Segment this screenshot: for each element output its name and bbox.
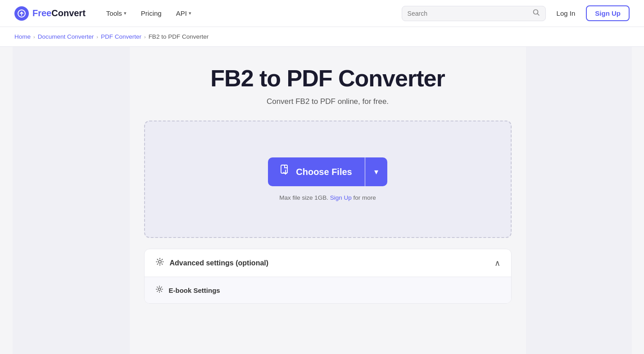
breadcrumb-document-converter[interactable]: Document Converter [38, 33, 94, 40]
main-content: FB2 to PDF Converter Convert FB2 to PDF … [0, 47, 644, 354]
page-title-section: FB2 to PDF Converter Convert FB2 to PDF … [130, 65, 526, 106]
choose-files-button[interactable]: Choose Files [268, 157, 364, 186]
page-title: FB2 to PDF Converter [130, 65, 526, 92]
breadcrumb-sep-2: › [96, 34, 98, 40]
nav-api[interactable]: API ▾ [170, 6, 198, 21]
logo-link[interactable]: FreeConvert [14, 6, 86, 21]
file-upload-icon [281, 165, 290, 179]
sign-up-link[interactable]: Sign Up [330, 194, 352, 201]
api-chevron-icon: ▾ [189, 10, 191, 16]
svg-line-2 [537, 13, 539, 15]
login-button[interactable]: Log In [551, 6, 581, 21]
ebook-settings-card[interactable]: E-book Settings [145, 277, 511, 303]
breadcrumb-pdf-converter[interactable]: PDF Converter [101, 33, 141, 40]
page-subtitle: Convert FB2 to PDF online, for free. [130, 97, 526, 106]
breadcrumb-current: FB2 to PDF Converter [149, 33, 209, 40]
advanced-settings-card: Advanced settings (optional) ∧ E-book Se… [144, 249, 512, 304]
svg-point-5 [159, 260, 161, 263]
search-input[interactable] [408, 10, 529, 17]
svg-point-6 [158, 288, 160, 290]
breadcrumb-sep-3: › [144, 34, 146, 40]
nav-pricing[interactable]: Pricing [135, 6, 168, 21]
advanced-settings-left: Advanced settings (optional) [155, 257, 269, 269]
svg-rect-3 [281, 165, 287, 173]
choose-files-dropdown-button[interactable]: ▾ [365, 157, 387, 186]
upload-box: Choose Files ▾ Max file size 1GB. Sign U… [144, 121, 512, 238]
center-column: FB2 to PDF Converter Convert FB2 to PDF … [130, 47, 526, 354]
ebook-gear-icon [155, 285, 163, 295]
ebook-settings-title: E-book Settings [169, 287, 220, 294]
advanced-settings-chevron-icon: ∧ [494, 258, 500, 268]
nav-tools[interactable]: Tools ▾ [100, 6, 133, 21]
advanced-settings-toggle[interactable]: Advanced settings (optional) ∧ [145, 249, 511, 277]
right-sidebar [526, 47, 632, 354]
choose-files-wrapper: Choose Files ▾ [268, 157, 387, 186]
left-sidebar [13, 47, 130, 354]
dropdown-chevron-icon: ▾ [374, 167, 378, 177]
search-icon [533, 9, 540, 16]
tools-chevron-icon: ▾ [124, 10, 127, 16]
logo-text: FreeConvert [32, 8, 86, 18]
breadcrumb-sep-1: › [33, 34, 35, 40]
search-bar[interactable] [402, 6, 546, 21]
file-icon-svg [281, 165, 290, 176]
breadcrumb-home[interactable]: Home [14, 33, 31, 40]
nav-right: Log In Sign Up [402, 5, 630, 21]
max-file-text: Max file size 1GB. Sign Up for more [279, 194, 376, 201]
gear-icon [155, 257, 164, 269]
choose-files-label: Choose Files [296, 167, 352, 177]
search-icon-button[interactable] [533, 9, 540, 18]
breadcrumb: Home › Document Converter › PDF Converte… [0, 27, 644, 47]
nav-links: Tools ▾ Pricing API ▾ [100, 6, 402, 21]
signup-button[interactable]: Sign Up [586, 5, 630, 21]
navbar: FreeConvert Tools ▾ Pricing API ▾ Log In… [0, 0, 644, 27]
logo-icon [14, 6, 29, 21]
advanced-settings-title: Advanced settings (optional) [170, 259, 269, 267]
